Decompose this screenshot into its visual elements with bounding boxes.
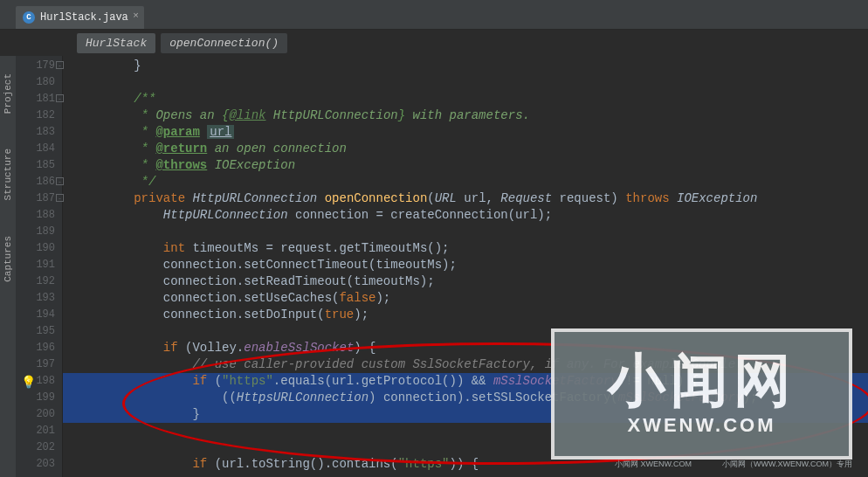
java-class-icon: C xyxy=(23,11,35,24)
close-icon[interactable]: × xyxy=(133,10,139,21)
gutter-line: 191 xyxy=(16,257,62,273)
watermark-latin: XWENW.COM xyxy=(628,414,776,437)
tool-window-bar: Project Structure Captures xyxy=(0,56,16,477)
gutter-line: 197 xyxy=(16,356,62,373)
code-line[interactable]: */ xyxy=(63,174,868,190)
code-line[interactable]: } xyxy=(63,58,868,74)
gutter-line: 198💡 xyxy=(16,373,62,390)
gutter-line: 186- xyxy=(16,174,62,190)
gutter-line: 183 xyxy=(16,124,62,141)
tool-captures[interactable]: Captures xyxy=(3,236,13,282)
gutter-line: 182 xyxy=(16,107,62,124)
gutter-line: 199 xyxy=(16,390,62,406)
tool-project[interactable]: Project xyxy=(3,73,13,114)
code-line[interactable]: * @param url xyxy=(63,124,868,141)
file-tab[interactable]: C HurlStack.java × xyxy=(16,6,144,29)
code-line[interactable]: * Opens an {@link HttpURLConnection} wit… xyxy=(63,107,868,124)
tool-structure[interactable]: Structure xyxy=(3,149,13,200)
watermark-chinese: 小闻网 xyxy=(608,351,796,409)
code-line[interactable]: * @throws IOException xyxy=(63,157,868,174)
code-line[interactable] xyxy=(63,224,868,240)
gutter-line: 201 xyxy=(16,423,62,439)
code-line[interactable]: connection.setUseCaches(false); xyxy=(63,290,868,307)
crumb-method[interactable]: openConnection() xyxy=(161,33,287,53)
gutter-line: 203 xyxy=(16,456,62,473)
gutter-line: 194 xyxy=(16,307,62,323)
gutter-line: 179- xyxy=(16,58,62,74)
fold-icon[interactable]: - xyxy=(56,61,64,69)
gutter-line: 195 xyxy=(16,323,62,340)
tab-filename: HurlStack.java xyxy=(40,11,128,24)
fold-icon[interactable]: - xyxy=(56,177,64,185)
crumb-class[interactable]: HurlStack xyxy=(77,33,155,53)
gutter-line: 180 xyxy=(16,74,62,91)
code-line[interactable]: int timeoutMs = request.getTimeoutMs(); xyxy=(63,240,868,257)
editor-tabs: C HurlStack.java × xyxy=(0,5,868,30)
watermark-footer: 小闻网 XWENW.COM 小闻网（WWW.XWENW.COM）专用 xyxy=(615,459,852,470)
watermark-overlay: 小闻网 XWENW.COM xyxy=(551,328,852,460)
gutter-line: 202 xyxy=(16,439,62,456)
gutter-line: 193 xyxy=(16,290,62,307)
gutter-line: 181- xyxy=(16,91,62,107)
gutter-line: 190 xyxy=(16,240,62,257)
code-line[interactable] xyxy=(63,74,868,91)
code-line[interactable]: connection.setDoInput(true); xyxy=(63,307,868,323)
editor-gutter: 179-180181-182183184185186-187-188189190… xyxy=(16,56,63,477)
code-line[interactable]: HttpURLConnection connection = createCon… xyxy=(63,207,868,224)
code-line[interactable]: * @return an open connection xyxy=(63,141,868,157)
gutter-line: 192 xyxy=(16,273,62,290)
gutter-line: 188 xyxy=(16,207,62,224)
code-line[interactable]: connection.setReadTimeout(timeoutMs); xyxy=(63,273,868,290)
breadcrumb-bar: HurlStack openConnection() xyxy=(0,30,868,56)
gutter-line: 189 xyxy=(16,224,62,240)
gutter-line: 187- xyxy=(16,190,62,207)
fold-icon[interactable]: - xyxy=(56,194,64,202)
gutter-line: 196 xyxy=(16,340,62,356)
gutter-line: 200 xyxy=(16,406,62,423)
code-line[interactable]: connection.setConnectTimeout(timeoutMs); xyxy=(63,257,868,273)
fold-icon[interactable]: - xyxy=(56,94,64,102)
code-line[interactable]: private HttpURLConnection openConnection… xyxy=(63,190,868,207)
gutter-line: 184 xyxy=(16,141,62,157)
code-line[interactable]: /** xyxy=(63,91,868,107)
gutter-line: 185 xyxy=(16,157,62,174)
